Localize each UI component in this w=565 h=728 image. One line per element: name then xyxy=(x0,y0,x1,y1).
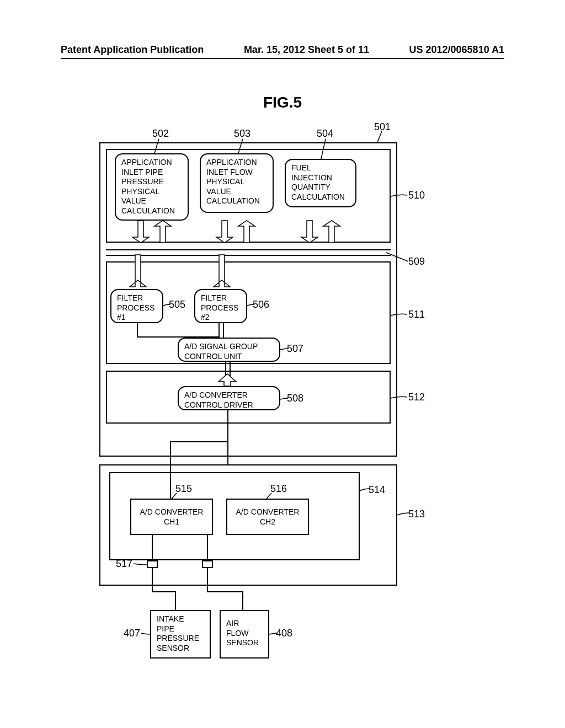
ref-510: 510 xyxy=(408,190,425,201)
line-stub-407v xyxy=(175,591,176,611)
lead-508 xyxy=(280,397,289,402)
ref-504: 504 xyxy=(317,128,333,140)
lead-517 xyxy=(134,563,148,568)
header-right: US 2012/0065810 A1 xyxy=(409,44,504,56)
ref-502: 502 xyxy=(152,128,169,140)
line-stub-408 xyxy=(207,568,208,592)
lead-515 xyxy=(172,493,181,501)
lead-513 xyxy=(397,512,411,517)
page-header: Patent Application Publication Mar. 15, … xyxy=(0,44,565,56)
line-508-to515 xyxy=(170,441,171,500)
lead-501 xyxy=(379,131,395,144)
lead-502 xyxy=(154,139,166,154)
block-508: A/D CONVERTER CONTROL DRIVER xyxy=(178,386,280,410)
diagram-container: APPLICATION INLET PIPE PRESSURE PHYSICAL… xyxy=(99,132,408,684)
lead-407 xyxy=(141,632,151,636)
ref-508: 508 xyxy=(287,393,303,404)
lead-509 xyxy=(386,253,409,263)
line-stub-407 xyxy=(152,568,153,592)
lead-504 xyxy=(321,139,332,160)
line-515-stub xyxy=(152,535,153,560)
ref-505: 505 xyxy=(169,299,185,311)
header-rule xyxy=(61,58,504,59)
ref-514: 514 xyxy=(369,484,385,496)
header-left: Patent Application Publication xyxy=(61,44,204,56)
block-407: INTAKE PIPE PRESSURE SENSOR xyxy=(150,610,211,659)
ref-506: 506 xyxy=(253,299,269,311)
line-stub-407h xyxy=(152,591,176,592)
lead-512 xyxy=(391,395,409,400)
header-center: Mar. 15, 2012 Sheet 5 of 11 xyxy=(244,44,369,56)
line-stub-408v xyxy=(242,591,243,611)
ref-517: 517 xyxy=(116,558,132,570)
figure-title: FIG.5 xyxy=(0,94,565,111)
stub-517b xyxy=(202,560,213,568)
line-stub-408h xyxy=(207,591,243,592)
lead-505 xyxy=(163,303,171,308)
lead-506 xyxy=(247,303,255,308)
lead-510 xyxy=(391,193,409,199)
lead-503 xyxy=(238,139,249,154)
ref-509: 509 xyxy=(408,256,425,267)
line-508-h xyxy=(170,441,228,442)
ref-512: 512 xyxy=(408,392,425,403)
arrow-508-up xyxy=(99,132,397,463)
lead-408 xyxy=(269,632,278,636)
line-516-stub xyxy=(207,535,208,560)
ref-507: 507 xyxy=(287,343,303,355)
ref-511: 511 xyxy=(408,309,425,320)
lead-514 xyxy=(360,488,371,493)
ref-513: 513 xyxy=(408,508,425,520)
lead-516 xyxy=(267,493,276,501)
block-515: A/D CONVERTER CH1 xyxy=(130,499,213,535)
stub-517a xyxy=(147,560,158,568)
lead-507 xyxy=(280,347,289,352)
ref-407: 407 xyxy=(124,628,140,639)
lead-511 xyxy=(391,312,409,318)
line-508-down xyxy=(227,410,228,464)
block-408: AIR FLOW SENSOR xyxy=(220,610,269,659)
ref-503: 503 xyxy=(234,128,250,140)
block-516: A/D CONVERTER CH2 xyxy=(226,499,309,535)
ref-408: 408 xyxy=(276,628,292,639)
